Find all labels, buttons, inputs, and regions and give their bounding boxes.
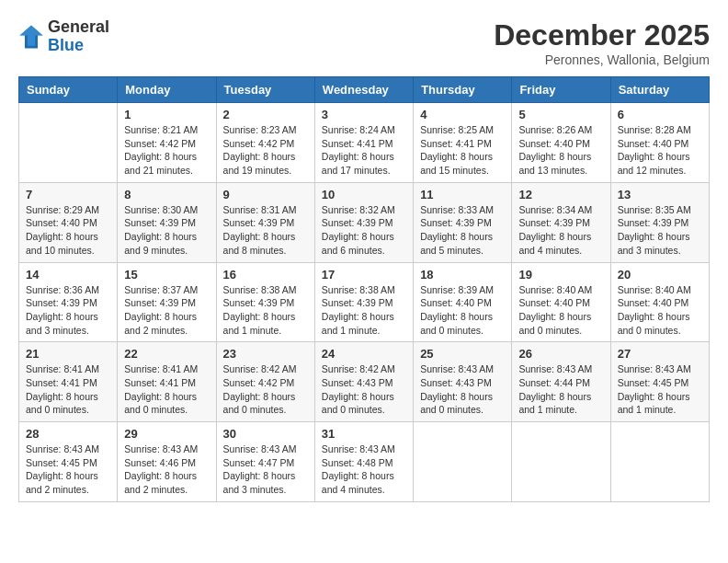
day-number: 18 bbox=[420, 268, 505, 282]
calendar-day-cell: 7Sunrise: 8:29 AMSunset: 4:40 PMDaylight… bbox=[19, 182, 118, 262]
svg-marker-1 bbox=[19, 25, 42, 45]
day-of-week-header: Friday bbox=[512, 77, 610, 103]
day-of-week-header: Wednesday bbox=[314, 77, 413, 103]
day-number: 26 bbox=[518, 347, 603, 361]
calendar-day-cell: 4Sunrise: 8:25 AMSunset: 4:41 PMDaylight… bbox=[414, 103, 512, 183]
day-info: Sunrise: 8:40 AMSunset: 4:40 PMDaylight:… bbox=[618, 283, 702, 338]
day-info: Sunrise: 8:38 AMSunset: 4:39 PMDaylight:… bbox=[322, 283, 406, 338]
calendar-day-cell: 29Sunrise: 8:43 AMSunset: 4:46 PMDayligh… bbox=[118, 422, 216, 502]
logo: General Blue bbox=[18, 18, 109, 55]
calendar-day-cell bbox=[512, 422, 610, 502]
calendar-day-cell: 16Sunrise: 8:38 AMSunset: 4:39 PMDayligh… bbox=[216, 262, 314, 342]
location-subtitle: Peronnes, Wallonia, Belgium bbox=[494, 52, 710, 67]
calendar-day-cell: 14Sunrise: 8:36 AMSunset: 4:39 PMDayligh… bbox=[19, 262, 118, 342]
day-number: 13 bbox=[618, 188, 702, 201]
day-number: 4 bbox=[420, 108, 505, 121]
calendar-day-cell: 20Sunrise: 8:40 AMSunset: 4:40 PMDayligh… bbox=[610, 262, 709, 342]
day-info: Sunrise: 8:23 AMSunset: 4:42 PMDaylight:… bbox=[223, 123, 308, 178]
day-number: 10 bbox=[322, 188, 406, 201]
day-number: 23 bbox=[223, 347, 308, 361]
calendar-week-row: 7Sunrise: 8:29 AMSunset: 4:40 PMDaylight… bbox=[19, 182, 710, 262]
calendar-week-row: 21Sunrise: 8:41 AMSunset: 4:41 PMDayligh… bbox=[19, 342, 710, 422]
day-number: 9 bbox=[223, 188, 308, 201]
day-number: 16 bbox=[223, 268, 308, 282]
day-info: Sunrise: 8:43 AMSunset: 4:45 PMDaylight:… bbox=[26, 442, 110, 497]
day-number: 24 bbox=[322, 347, 406, 361]
day-info: Sunrise: 8:31 AMSunset: 4:39 PMDaylight:… bbox=[223, 203, 308, 258]
day-info: Sunrise: 8:32 AMSunset: 4:39 PMDaylight:… bbox=[322, 203, 406, 258]
day-info: Sunrise: 8:43 AMSunset: 4:45 PMDaylight:… bbox=[618, 362, 702, 417]
day-info: Sunrise: 8:21 AMSunset: 4:42 PMDaylight:… bbox=[124, 123, 209, 178]
day-number: 12 bbox=[518, 188, 603, 201]
day-info: Sunrise: 8:28 AMSunset: 4:40 PMDaylight:… bbox=[618, 123, 702, 178]
day-info: Sunrise: 8:43 AMSunset: 4:44 PMDaylight:… bbox=[518, 362, 603, 417]
calendar-day-cell: 31Sunrise: 8:43 AMSunset: 4:48 PMDayligh… bbox=[314, 422, 413, 502]
day-number: 31 bbox=[322, 427, 406, 441]
day-number: 7 bbox=[26, 188, 110, 201]
day-info: Sunrise: 8:34 AMSunset: 4:39 PMDaylight:… bbox=[518, 203, 603, 258]
day-of-week-header: Monday bbox=[118, 77, 216, 103]
day-info: Sunrise: 8:41 AMSunset: 4:41 PMDaylight:… bbox=[124, 362, 209, 417]
day-number: 2 bbox=[223, 108, 308, 121]
day-of-week-header: Saturday bbox=[610, 77, 709, 103]
calendar-day-cell: 8Sunrise: 8:30 AMSunset: 4:39 PMDaylight… bbox=[118, 182, 216, 262]
day-of-week-header: Tuesday bbox=[216, 77, 314, 103]
day-info: Sunrise: 8:43 AMSunset: 4:48 PMDaylight:… bbox=[322, 442, 406, 497]
calendar-day-cell: 3Sunrise: 8:24 AMSunset: 4:41 PMDaylight… bbox=[314, 103, 413, 183]
calendar-day-cell: 24Sunrise: 8:42 AMSunset: 4:43 PMDayligh… bbox=[314, 342, 413, 422]
calendar-day-cell bbox=[610, 422, 709, 502]
day-number: 8 bbox=[124, 188, 209, 201]
calendar-day-cell: 10Sunrise: 8:32 AMSunset: 4:39 PMDayligh… bbox=[314, 182, 413, 262]
day-number: 29 bbox=[124, 427, 209, 441]
day-info: Sunrise: 8:25 AMSunset: 4:41 PMDaylight:… bbox=[420, 123, 505, 178]
calendar-week-row: 28Sunrise: 8:43 AMSunset: 4:45 PMDayligh… bbox=[19, 422, 710, 502]
calendar-header-row: SundayMondayTuesdayWednesdayThursdayFrid… bbox=[19, 77, 710, 103]
day-info: Sunrise: 8:43 AMSunset: 4:47 PMDaylight:… bbox=[223, 442, 308, 497]
day-info: Sunrise: 8:40 AMSunset: 4:40 PMDaylight:… bbox=[518, 283, 603, 338]
calendar-day-cell: 26Sunrise: 8:43 AMSunset: 4:44 PMDayligh… bbox=[512, 342, 610, 422]
logo-blue: Blue bbox=[48, 37, 109, 55]
day-info: Sunrise: 8:39 AMSunset: 4:40 PMDaylight:… bbox=[420, 283, 505, 338]
logo-text: General Blue bbox=[48, 18, 109, 55]
day-number: 27 bbox=[618, 347, 702, 361]
calendar-day-cell: 6Sunrise: 8:28 AMSunset: 4:40 PMDaylight… bbox=[610, 103, 709, 183]
day-number: 15 bbox=[124, 268, 209, 282]
day-info: Sunrise: 8:29 AMSunset: 4:40 PMDaylight:… bbox=[26, 203, 110, 258]
calendar-day-cell bbox=[414, 422, 512, 502]
calendar-day-cell: 9Sunrise: 8:31 AMSunset: 4:39 PMDaylight… bbox=[216, 182, 314, 262]
calendar-week-row: 14Sunrise: 8:36 AMSunset: 4:39 PMDayligh… bbox=[19, 262, 710, 342]
calendar-day-cell: 22Sunrise: 8:41 AMSunset: 4:41 PMDayligh… bbox=[118, 342, 216, 422]
day-info: Sunrise: 8:41 AMSunset: 4:41 PMDaylight:… bbox=[26, 362, 110, 417]
day-number: 21 bbox=[26, 347, 110, 361]
day-number: 14 bbox=[26, 268, 110, 282]
day-number: 17 bbox=[322, 268, 406, 282]
calendar-day-cell: 18Sunrise: 8:39 AMSunset: 4:40 PMDayligh… bbox=[414, 262, 512, 342]
calendar-day-cell: 23Sunrise: 8:42 AMSunset: 4:42 PMDayligh… bbox=[216, 342, 314, 422]
calendar-day-cell: 1Sunrise: 8:21 AMSunset: 4:42 PMDaylight… bbox=[118, 103, 216, 183]
day-number: 30 bbox=[223, 427, 308, 441]
day-of-week-header: Sunday bbox=[19, 77, 118, 103]
title-area: December 2025 Peronnes, Wallonia, Belgiu… bbox=[494, 18, 710, 67]
day-number: 22 bbox=[124, 347, 209, 361]
day-info: Sunrise: 8:42 AMSunset: 4:42 PMDaylight:… bbox=[223, 362, 308, 417]
day-info: Sunrise: 8:43 AMSunset: 4:46 PMDaylight:… bbox=[124, 442, 209, 497]
calendar-day-cell: 13Sunrise: 8:35 AMSunset: 4:39 PMDayligh… bbox=[610, 182, 709, 262]
calendar-table: SundayMondayTuesdayWednesdayThursdayFrid… bbox=[18, 76, 710, 502]
calendar-day-cell: 30Sunrise: 8:43 AMSunset: 4:47 PMDayligh… bbox=[216, 422, 314, 502]
day-info: Sunrise: 8:33 AMSunset: 4:39 PMDaylight:… bbox=[420, 203, 505, 258]
day-info: Sunrise: 8:35 AMSunset: 4:39 PMDaylight:… bbox=[618, 203, 702, 258]
day-number: 3 bbox=[322, 108, 406, 121]
day-number: 25 bbox=[420, 347, 505, 361]
calendar-day-cell: 2Sunrise: 8:23 AMSunset: 4:42 PMDaylight… bbox=[216, 103, 314, 183]
page-header: General Blue December 2025 Peronnes, Wal… bbox=[18, 18, 710, 67]
calendar-day-cell bbox=[19, 103, 118, 183]
day-number: 11 bbox=[420, 188, 505, 201]
day-info: Sunrise: 8:24 AMSunset: 4:41 PMDaylight:… bbox=[322, 123, 406, 178]
calendar-day-cell: 19Sunrise: 8:40 AMSunset: 4:40 PMDayligh… bbox=[512, 262, 610, 342]
day-number: 1 bbox=[124, 108, 209, 121]
calendar-day-cell: 21Sunrise: 8:41 AMSunset: 4:41 PMDayligh… bbox=[19, 342, 118, 422]
calendar-day-cell: 17Sunrise: 8:38 AMSunset: 4:39 PMDayligh… bbox=[314, 262, 413, 342]
calendar-day-cell: 15Sunrise: 8:37 AMSunset: 4:39 PMDayligh… bbox=[118, 262, 216, 342]
day-number: 19 bbox=[518, 268, 603, 282]
logo-general: General bbox=[48, 18, 109, 37]
